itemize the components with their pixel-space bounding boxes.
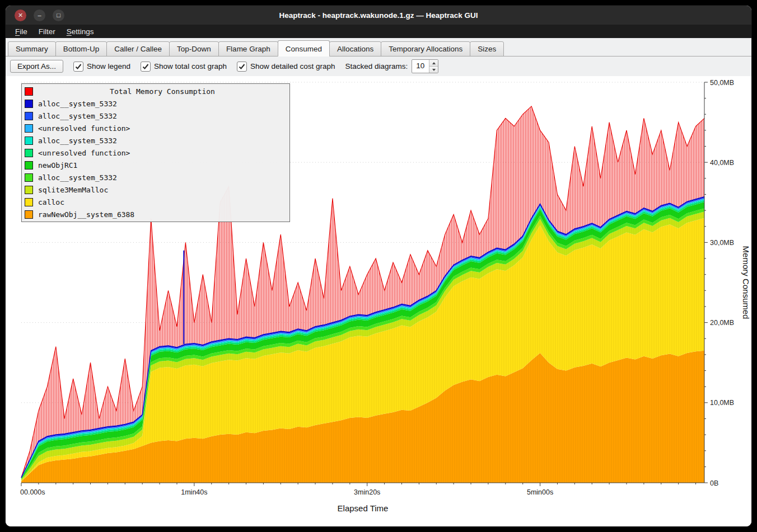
svg-text:Memory Consumed: Memory Consumed	[741, 246, 751, 319]
legend-swatch	[25, 210, 33, 219]
legend-item: rawNewObj__system_6388	[25, 208, 287, 220]
svg-text:00.000s: 00.000s	[20, 488, 45, 496]
legend-item-label: <unresolved function>	[38, 149, 130, 157]
checkbox-box	[73, 62, 83, 72]
legend-swatch	[25, 100, 33, 108]
toolbar: Export As... Show legend Show total cost…	[6, 57, 751, 76]
legend-swatch	[25, 136, 33, 145]
tab-bar: SummaryBottom-UpCaller / CalleeTop-DownF…	[6, 38, 751, 57]
spin-buttons	[429, 60, 438, 73]
legend-swatch	[25, 186, 33, 194]
show-legend-checkbox[interactable]: Show legend	[73, 62, 130, 72]
legend-item-label: alloc__system_5332	[38, 173, 117, 182]
legend-item-label: rawNewObj__system_6388	[38, 210, 134, 219]
window-title: Heaptrack - heaptrack.wakunode.1.gz — He…	[6, 11, 751, 20]
check-icon	[142, 63, 149, 70]
legend-swatch	[25, 87, 33, 96]
legend-item: <unresolved function>	[25, 147, 287, 159]
spin-up-button[interactable]	[429, 60, 438, 66]
export-as-button[interactable]: Export As...	[10, 60, 63, 73]
legend-item: alloc__system_5332	[25, 134, 287, 147]
show-total-cost-graph-label: Show total cost graph	[154, 62, 227, 70]
check-icon	[239, 63, 245, 70]
legend-item-label: calloc	[38, 198, 64, 206]
svg-text:50,0MB: 50,0MB	[710, 79, 734, 87]
svg-text:5min00s: 5min00s	[527, 488, 553, 496]
legend-item: alloc__system_5332	[25, 171, 287, 183]
svg-text:10,0MB: 10,0MB	[710, 399, 734, 407]
legend-title: Total Memory Consumption	[38, 87, 287, 96]
tab-caller-callee[interactable]: Caller / Callee	[106, 41, 170, 57]
tab-summary[interactable]: Summary	[8, 41, 56, 57]
legend-item: calloc	[25, 196, 287, 208]
legend-item-label: alloc__system_5332	[38, 100, 117, 108]
legend-item: <unresolved function>	[25, 122, 287, 134]
menu-filter[interactable]: Filter	[34, 26, 60, 37]
menubar: FileFilterSettings	[6, 25, 751, 38]
check-icon	[75, 63, 82, 70]
legend-title-row: Total Memory Consumption	[25, 85, 287, 97]
close-icon: ✕	[18, 12, 23, 18]
legend-item-label: <unresolved function>	[38, 124, 130, 133]
show-total-cost-graph-checkbox[interactable]: Show total cost graph	[141, 62, 227, 72]
legend-item: sqlite3MemMalloc	[25, 183, 287, 196]
tab-top-down[interactable]: Top-Down	[169, 41, 219, 57]
legend-swatch	[25, 173, 33, 182]
show-legend-label: Show legend	[87, 62, 130, 70]
menu-file[interactable]: File	[10, 26, 32, 37]
memory-consumption-chart[interactable]: 0B10,0MB20,0MB30,0MB40,0MB50,0MB00.000s1…	[6, 76, 751, 526]
chart-legend: Total Memory Consumptionalloc__system_53…	[21, 83, 290, 222]
show-detailed-cost-graph-label: Show detailed cost graph	[250, 62, 335, 70]
maximize-icon: □	[57, 12, 60, 18]
legend-item: alloc__system_5332	[25, 97, 287, 110]
show-detailed-cost-graph-checkbox[interactable]: Show detailed cost graph	[237, 62, 335, 72]
stacked-diagrams-value: 10	[412, 60, 429, 73]
minimize-icon: –	[38, 12, 41, 18]
svg-text:0B: 0B	[710, 479, 718, 487]
app-window: ✕ – □ Heaptrack - heaptrack.wakunode.1.g…	[6, 6, 751, 526]
svg-text:1min40s: 1min40s	[181, 488, 207, 496]
svg-text:Elapsed Time: Elapsed Time	[338, 503, 389, 513]
window-controls: ✕ – □	[15, 10, 64, 21]
arrow-up-icon	[432, 62, 436, 64]
legend-item-label: newObjRC1	[38, 161, 77, 170]
tab-temporary-allocations[interactable]: Temporary Allocations	[381, 41, 470, 57]
tab-allocations[interactable]: Allocations	[329, 41, 381, 57]
legend-item-label: alloc__system_5332	[38, 136, 117, 145]
close-button[interactable]: ✕	[15, 10, 26, 21]
tab-bottom-up[interactable]: Bottom-Up	[55, 41, 108, 57]
legend-swatch	[25, 149, 33, 157]
legend-item-label: alloc__system_5332	[38, 112, 117, 120]
titlebar: ✕ – □ Heaptrack - heaptrack.wakunode.1.g…	[6, 6, 751, 25]
checkbox-box	[237, 62, 247, 72]
svg-text:3min20s: 3min20s	[354, 488, 380, 496]
svg-text:30,0MB: 30,0MB	[710, 239, 734, 247]
maximize-button[interactable]: □	[53, 10, 64, 21]
tab-consumed[interactable]: Consumed	[278, 40, 330, 57]
legend-swatch	[25, 124, 33, 133]
checkbox-box	[141, 62, 151, 72]
minimize-button[interactable]: –	[34, 10, 45, 21]
svg-text:40,0MB: 40,0MB	[710, 159, 734, 167]
legend-item: alloc__system_5332	[25, 110, 287, 122]
legend-swatch	[25, 161, 33, 170]
legend-item: newObjRC1	[25, 159, 287, 171]
arrow-down-icon	[432, 69, 436, 71]
legend-item-label: sqlite3MemMalloc	[38, 186, 108, 194]
legend-swatch	[25, 198, 33, 206]
legend-swatch	[25, 112, 33, 120]
svg-text:20,0MB: 20,0MB	[710, 319, 734, 327]
stacked-diagrams-label: Stacked diagrams:	[345, 62, 408, 70]
menu-settings[interactable]: Settings	[62, 26, 99, 37]
spin-down-button[interactable]	[429, 66, 438, 73]
tab-flame-graph[interactable]: Flame Graph	[218, 41, 278, 57]
stacked-diagrams-spinbox[interactable]: 10	[412, 59, 438, 73]
tab-sizes[interactable]: Sizes	[470, 41, 504, 57]
